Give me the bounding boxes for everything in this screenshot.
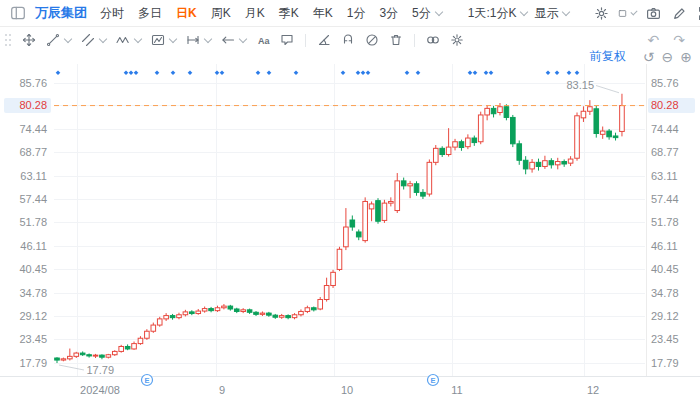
candle <box>273 315 278 317</box>
candle <box>421 192 426 196</box>
candle <box>376 201 381 222</box>
announcement-marker-icon[interactable] <box>366 70 371 75</box>
candle <box>543 161 548 167</box>
price-chart[interactable]: 85.7685.7680.2880.2874.4474.4468.7768.77… <box>0 52 700 413</box>
camera-button[interactable] <box>644 4 662 22</box>
candle <box>241 310 246 312</box>
window-icon[interactable] <box>10 4 26 22</box>
adjustment-toggle[interactable]: 前复权 <box>590 48 626 65</box>
y-axis-label: 23.45 <box>651 333 679 345</box>
chevron-down-icon <box>169 34 177 42</box>
period-tab[interactable]: 5分 <box>412 5 442 22</box>
candle <box>613 136 618 138</box>
x-axis-label: 2024/08 <box>80 384 120 396</box>
period-tab[interactable]: 季K <box>279 5 299 22</box>
announcement-marker-icon[interactable] <box>124 70 129 75</box>
move-button[interactable] <box>22 33 36 47</box>
announcement-marker-icon[interactable] <box>473 70 478 75</box>
announcement-marker-icon[interactable] <box>489 70 494 75</box>
candlestick-chart-svg[interactable]: 85.7685.7680.2880.2874.4474.4468.7768.77… <box>0 52 700 413</box>
angle-button[interactable] <box>317 33 331 47</box>
arrow-button[interactable] <box>221 33 246 47</box>
separator <box>414 34 415 47</box>
comment-button[interactable] <box>280 33 294 47</box>
drag-handle[interactable] <box>4 34 12 47</box>
announcement-marker-icon[interactable] <box>341 70 346 75</box>
announcement-marker-icon[interactable] <box>267 70 272 75</box>
text-icon: Aa <box>256 33 270 47</box>
text-button[interactable]: Aa <box>256 33 270 47</box>
measure-icon <box>186 33 200 47</box>
stock-chart-window: 万辰集团 分时多日日K周K月K季K年K1分3分5分 1天:1分K 显示 VS F… <box>0 0 700 413</box>
announcement-marker-icon[interactable] <box>294 70 299 75</box>
channel-button[interactable] <box>81 33 106 47</box>
announcement-marker-icon[interactable] <box>468 70 473 75</box>
announcement-marker-icon[interactable] <box>56 70 61 75</box>
announcement-marker-icon[interactable] <box>405 70 410 75</box>
pattern-button[interactable] <box>151 33 176 47</box>
announcement-marker-icon[interactable] <box>134 70 139 75</box>
announcement-marker-icon[interactable] <box>129 70 134 75</box>
period-tab[interactable]: 1分 <box>347 5 366 22</box>
announcement-marker-icon[interactable] <box>361 70 366 75</box>
zoom-out-icon[interactable]: ⊖ <box>662 50 674 64</box>
period-tab[interactable]: 月K <box>245 5 265 22</box>
period-tab[interactable]: 多日 <box>138 5 162 22</box>
redo-button[interactable]: ↷ <box>673 32 685 48</box>
period-tabs: 分时多日日K周K月K季K年K1分3分5分 <box>93 5 449 22</box>
pattern-icon <box>151 33 165 47</box>
link-charts-button[interactable] <box>426 33 440 47</box>
settings-button[interactable] <box>592 4 610 22</box>
measure-button[interactable] <box>186 33 211 47</box>
y-axis-label: 34.78 <box>19 287 47 299</box>
announcement-marker-icon[interactable] <box>220 70 225 75</box>
candle <box>228 306 233 309</box>
candle <box>395 181 400 211</box>
expand-button[interactable] <box>696 4 700 22</box>
panel-button[interactable] <box>618 4 636 22</box>
magnet-button[interactable] <box>341 33 355 47</box>
trash-button[interactable] <box>389 33 403 47</box>
pencil-button[interactable] <box>670 4 688 22</box>
wave-button[interactable] <box>116 33 141 47</box>
settings-button[interactable] <box>450 33 464 47</box>
y-axis-label: 74.44 <box>651 123 679 135</box>
announcement-marker-icon[interactable] <box>484 70 489 75</box>
earnings-marker-letter: E <box>430 376 435 385</box>
announcement-marker-icon[interactable] <box>416 70 421 75</box>
undo-button[interactable]: ↶ <box>648 32 660 48</box>
period-tab[interactable]: 周K <box>211 5 231 22</box>
announcement-marker-icon[interactable] <box>155 70 160 75</box>
trend-line-button[interactable] <box>46 33 71 47</box>
high-price-label: 83.15 <box>566 79 594 91</box>
stock-name[interactable]: 万辰集团 <box>35 4 87 22</box>
announcement-marker-icon[interactable] <box>256 70 261 75</box>
hide-drawings-button[interactable] <box>365 33 379 47</box>
announcement-marker-icon[interactable] <box>546 70 551 75</box>
reset-zoom-icon[interactable]: ↺ <box>643 50 655 64</box>
period-tab[interactable]: 年K <box>313 5 333 22</box>
link-charts-icon <box>426 33 440 47</box>
announcement-marker-icon[interactable] <box>555 70 560 75</box>
period-tab[interactable]: 3分 <box>379 5 398 22</box>
display-menu[interactable]: 显示 <box>534 5 569 22</box>
candle <box>440 148 445 154</box>
announcement-marker-icon[interactable] <box>188 70 193 75</box>
candle <box>581 111 586 118</box>
period-tab[interactable]: 日K <box>176 5 197 22</box>
chevron-down-icon <box>520 7 528 15</box>
announcement-marker-icon[interactable] <box>171 70 176 75</box>
candle <box>312 308 317 310</box>
period-tab[interactable]: 分时 <box>100 5 124 22</box>
announcement-marker-icon[interactable] <box>567 70 572 75</box>
panel-icon <box>618 6 627 21</box>
y-axis-label: 68.77 <box>651 146 679 158</box>
announcement-marker-icon[interactable] <box>356 70 361 75</box>
announcement-marker-icon[interactable] <box>215 70 220 75</box>
interval-selector[interactable]: 1天:1分K <box>468 5 528 22</box>
low-price-label: 17.79 <box>87 364 115 376</box>
wave-icon <box>116 33 130 47</box>
zoom-in-icon[interactable]: ⊕ <box>680 50 692 64</box>
announcement-marker-icon[interactable] <box>575 70 580 75</box>
y-axis-label: 46.11 <box>20 240 47 252</box>
